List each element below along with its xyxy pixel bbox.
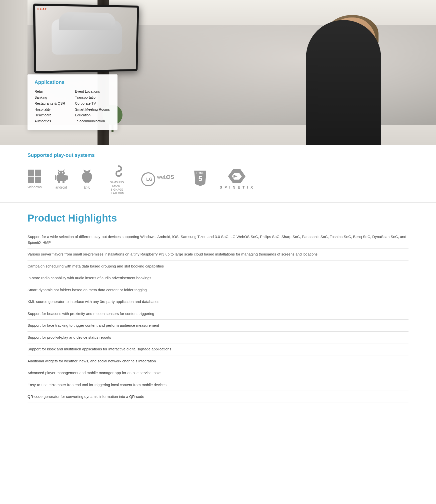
app-item-authorities: Authorities xyxy=(34,118,70,124)
svg-line-4 xyxy=(58,170,59,171)
spinetix-label: S P I N E T I X xyxy=(220,185,254,189)
spinetix-icon xyxy=(228,169,246,183)
highlight-row-5: XML source generator to interface with a… xyxy=(28,296,408,308)
app-item-corporate-tv: Corporate TV xyxy=(75,101,110,107)
app-item-restaurants: Restaurants & QSR xyxy=(34,101,70,107)
windows-label: Windows xyxy=(28,185,42,189)
svg-rect-0 xyxy=(57,175,66,181)
svg-text:OS: OS xyxy=(166,174,174,180)
svg-rect-9 xyxy=(62,181,64,183)
app-item-banking: Banking xyxy=(34,95,70,101)
app-item-retail: Retail xyxy=(34,89,70,95)
highlight-row-2: Campaign scheduling with meta data based… xyxy=(28,260,408,272)
windows-logo-item: Windows xyxy=(28,170,42,189)
windows-icon xyxy=(28,170,41,183)
highlight-row-13: QR-code generator for converting dynamic… xyxy=(28,391,408,403)
highlights-title: Product Highlights xyxy=(28,213,408,224)
svg-point-1 xyxy=(58,171,65,176)
applications-title: Applications xyxy=(34,79,110,85)
highlight-row-3: In-store radio capability with audio ins… xyxy=(28,272,408,284)
svg-text:web: web xyxy=(157,174,167,180)
logos-row: Windows xyxy=(28,164,408,197)
android-svg xyxy=(54,169,68,183)
win-pane-2 xyxy=(35,170,42,176)
html5-logo-item: HTML 5 xyxy=(193,171,207,188)
highlight-row-11: Advanced player management and mobile ma… xyxy=(28,367,408,379)
app-item-hospitality: Hospitality xyxy=(34,107,70,113)
monitor-car-image xyxy=(52,19,122,55)
highlight-row-8: Support for proof-of-play and device sta… xyxy=(28,332,408,344)
win-pane-1 xyxy=(28,170,34,176)
android-label: android xyxy=(55,185,67,189)
win-pane-3 xyxy=(28,177,34,183)
app-item-education: Education xyxy=(75,112,110,118)
spinetix-svg xyxy=(228,169,246,183)
monitor-container: SEAT xyxy=(33,3,139,73)
person-body xyxy=(306,20,381,145)
svg-text:5: 5 xyxy=(198,175,202,183)
win-pane-4 xyxy=(35,177,42,183)
svg-text:LG: LG xyxy=(146,177,152,182)
app-item-telecommunication: Telecommunication xyxy=(75,118,110,124)
highlight-row-7: Support for face tracking to trigger con… xyxy=(28,320,408,332)
spinetix-logo-item: S P I N E T I X xyxy=(220,169,254,189)
monitor-brand-logo: SEAT xyxy=(38,7,47,10)
svg-rect-6 xyxy=(55,175,56,180)
app-item-event-locations: Event Locations xyxy=(75,89,110,95)
svg-point-3 xyxy=(62,172,63,173)
highlight-row-9: Support for kiosk and multitouch applica… xyxy=(28,343,408,355)
hero-section: SEAT Applications Retail Banking Restaur… xyxy=(0,0,436,145)
samsung-icon xyxy=(108,164,126,179)
svg-text:HTML: HTML xyxy=(196,172,204,175)
applications-col2: Event Locations Transportation Corporate… xyxy=(75,89,110,124)
app-item-healthcare: Healthcare xyxy=(34,112,70,118)
svg-line-5 xyxy=(63,170,64,171)
highlight-row-12: Easy-to-use ePromoter frontend tool for … xyxy=(28,379,408,391)
highlight-row-0: Support for a wide selection of differen… xyxy=(28,231,408,249)
left-wall xyxy=(0,0,28,145)
ios-logo-item: iOS xyxy=(81,169,93,190)
applications-col1: Retail Banking Restaurants & QSR Hospita… xyxy=(34,89,70,124)
windows-logo-grid xyxy=(28,170,41,183)
applications-card: Applications Retail Banking Restaurants … xyxy=(28,74,118,130)
highlight-row-6: Support for beacons with proximity and m… xyxy=(28,308,408,320)
app-item-transportation: Transportation xyxy=(75,95,110,101)
html5-icon: HTML 5 xyxy=(193,171,207,188)
android-icon xyxy=(54,169,68,183)
supported-section: Supported play-out systems Windows xyxy=(0,145,436,203)
person-silhouette xyxy=(296,15,391,145)
lg-webos-svg: LG web OS xyxy=(141,172,181,187)
svg-rect-8 xyxy=(58,181,60,183)
app-item-meeting-rooms: Smart Meeting Rooms xyxy=(75,107,110,113)
ios-label: iOS xyxy=(84,186,90,190)
highlight-row-4: Smart dynamic hot folders based on meta … xyxy=(28,284,408,296)
highlights-list: Support for a wide selection of differen… xyxy=(28,231,408,403)
lg-logo-item: LG web OS xyxy=(141,172,181,187)
highlight-row-1: Various server flavors from small on-pre… xyxy=(28,249,408,260)
svg-point-2 xyxy=(59,172,60,173)
samsung-label: SAMSUNG SMARTSIGNAGE PLATFORM xyxy=(106,181,128,195)
html5-svg: HTML 5 xyxy=(193,171,207,188)
ios-icon xyxy=(81,169,93,184)
monitor-frame: SEAT xyxy=(33,3,139,73)
highlight-row-10: Additional widgets for weather, news, an… xyxy=(28,355,408,367)
highlights-section: Product Highlights Support for a wide se… xyxy=(0,203,436,413)
monitor-screen: SEAT xyxy=(35,6,137,71)
svg-rect-7 xyxy=(66,175,68,180)
samsung-svg xyxy=(108,164,126,179)
lg-icon: LG web OS xyxy=(141,172,181,187)
android-logo-item: android xyxy=(54,169,68,189)
applications-grid: Retail Banking Restaurants & QSR Hospita… xyxy=(34,89,110,124)
apple-svg xyxy=(81,169,93,184)
samsung-logo-item: SAMSUNG SMARTSIGNAGE PLATFORM xyxy=(106,164,128,195)
supported-title: Supported play-out systems xyxy=(28,152,408,158)
